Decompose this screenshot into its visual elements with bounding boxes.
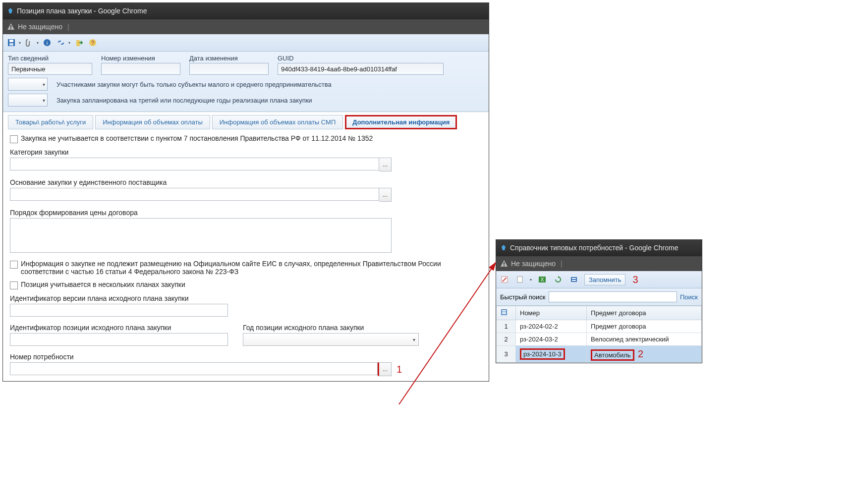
chevron-down-icon: ▾ bbox=[413, 337, 415, 342]
plan3-text: Закупка запланирована на третий или посл… bbox=[57, 97, 312, 104]
quick-search-input[interactable] bbox=[549, 291, 677, 302]
tab-content: Закупка не учитывается в соответствии с … bbox=[3, 129, 489, 381]
excel-icon[interactable]: X bbox=[537, 274, 548, 285]
year-pos-dropdown[interactable]: ▾ bbox=[243, 333, 419, 346]
address-bar: Не защищено | bbox=[3, 19, 489, 34]
titlebar: Позиция плана закупки - Google Chrome bbox=[3, 3, 489, 19]
ref-address-bar: Не защищено | bbox=[496, 256, 702, 271]
plan3-dropdown[interactable]: ▾ bbox=[8, 94, 48, 107]
row-subj: Велосипед электрический bbox=[587, 333, 702, 346]
row-num: рз-2024-03-2 bbox=[516, 333, 587, 346]
tabstrip: Товары\ работы\ услуги Информация об объ… bbox=[3, 112, 489, 129]
col-number[interactable]: Номер bbox=[516, 306, 587, 320]
basis-label: Основание закупки у единственного постав… bbox=[10, 178, 482, 186]
remember-button[interactable]: Запомнить bbox=[584, 274, 625, 285]
basis-input[interactable] bbox=[10, 188, 379, 201]
type-field[interactable]: Первичные bbox=[8, 63, 92, 75]
not-secure-label: Не защищено bbox=[18, 23, 62, 31]
checkbox-eis-label: Информация о закупке не подлежит размеще… bbox=[21, 260, 477, 276]
edit-icon[interactable] bbox=[499, 274, 510, 285]
need-number-lookup-button[interactable]: ... bbox=[378, 362, 392, 376]
price-order-label: Порядок формирования цены договора bbox=[10, 209, 482, 217]
change-num-label: Номер изменения bbox=[101, 55, 180, 62]
tab-payment-info[interactable]: Информация об объемах оплаты bbox=[95, 115, 210, 129]
checkbox-multiplan[interactable] bbox=[10, 281, 18, 289]
app-icon bbox=[7, 7, 14, 14]
smsp-dropdown[interactable]: ▾ bbox=[8, 78, 48, 91]
svg-text:i: i bbox=[46, 40, 48, 46]
row-subj: Автомобиль 2 bbox=[587, 346, 702, 363]
ident-pos-input[interactable] bbox=[10, 333, 228, 346]
save-icon[interactable] bbox=[6, 37, 17, 48]
annotation-1: 1 bbox=[396, 364, 402, 375]
table-row[interactable]: 1 рз-2024-02-2 Предмет договора bbox=[497, 320, 702, 333]
search-bar: Быстрый поиск Поиск bbox=[496, 288, 702, 306]
svg-rect-17 bbox=[572, 278, 576, 279]
svg-rect-10 bbox=[504, 262, 505, 265]
separator: | bbox=[67, 23, 69, 31]
col-subject[interactable]: Предмет договора bbox=[587, 306, 702, 320]
new-icon[interactable] bbox=[515, 274, 526, 285]
row-subj: Предмет договора bbox=[587, 320, 702, 333]
svg-rect-0 bbox=[10, 25, 11, 28]
table-row[interactable]: 2 рз-2024-03-2 Велосипед электрический bbox=[497, 333, 702, 346]
checkbox-1352[interactable] bbox=[10, 135, 18, 143]
toolbar: ▾ ▾ i ▾ ? bbox=[3, 34, 489, 52]
refresh-icon[interactable] bbox=[553, 274, 564, 285]
checkbox-eis[interactable] bbox=[10, 261, 18, 269]
change-num-field[interactable] bbox=[101, 63, 180, 75]
tab-smp-payment-info[interactable]: Информация об объемах оплаты СМП bbox=[212, 115, 343, 129]
annotation-2: 2 bbox=[638, 348, 643, 359]
ref-not-secure-label: Не защищено bbox=[511, 260, 556, 268]
svg-rect-11 bbox=[504, 265, 505, 266]
basis-lookup-button[interactable]: ... bbox=[379, 188, 392, 202]
attach-dd-icon[interactable]: ▾ bbox=[37, 41, 39, 45]
svg-text:X: X bbox=[541, 277, 544, 282]
tab-goods[interactable]: Товары\ работы\ услуги bbox=[8, 115, 93, 129]
window-title: Позиция плана закупки - Google Chrome bbox=[17, 7, 147, 15]
svg-rect-13 bbox=[517, 277, 522, 282]
ident-version-input[interactable] bbox=[10, 304, 228, 317]
search-button[interactable]: Поиск bbox=[680, 293, 698, 301]
reference-window: Справочник типовых потребностей - Google… bbox=[496, 239, 702, 363]
price-order-textarea[interactable] bbox=[10, 218, 392, 253]
chevron-down-icon: ▾ bbox=[43, 98, 45, 103]
table-row-selected[interactable]: 3 рз-2024-10-3 Автомобиль 2 bbox=[497, 346, 702, 363]
svg-rect-4 bbox=[9, 43, 13, 46]
svg-rect-7 bbox=[76, 40, 80, 46]
row-num: рз-2024-10-3 bbox=[516, 346, 587, 363]
row-num: рз-2024-02-2 bbox=[516, 320, 587, 333]
ref-titlebar: Справочник типовых потребностей - Google… bbox=[496, 240, 702, 256]
svg-rect-22 bbox=[502, 313, 506, 314]
help-icon[interactable]: ? bbox=[87, 37, 98, 48]
need-number-label: Номер потребности bbox=[10, 353, 482, 361]
checkbox-1352-label: Закупка не учитывается в соответствии с … bbox=[21, 134, 373, 142]
grid-corner-icon[interactable] bbox=[497, 306, 516, 320]
change-date-field[interactable] bbox=[189, 63, 269, 75]
row-idx: 2 bbox=[497, 333, 516, 346]
year-pos-label: Год позиции исходного плана закупки bbox=[243, 324, 419, 332]
type-label: Тип сведений bbox=[8, 55, 92, 62]
attach-icon[interactable] bbox=[24, 37, 35, 48]
export-icon[interactable] bbox=[73, 37, 84, 48]
tab-additional-info[interactable]: Дополнительная информация bbox=[345, 115, 457, 129]
filter-icon[interactable] bbox=[568, 274, 579, 285]
guid-label: GUID bbox=[278, 55, 444, 62]
chevron-down-icon: ▾ bbox=[43, 82, 45, 87]
category-input[interactable] bbox=[10, 158, 379, 170]
category-label: Категория закупки bbox=[10, 148, 482, 156]
separator: | bbox=[561, 260, 563, 268]
svg-text:?: ? bbox=[91, 40, 94, 46]
main-window: Позиция плана закупки - Google Chrome Не… bbox=[2, 2, 489, 382]
need-number-input[interactable] bbox=[10, 362, 378, 375]
category-lookup-button[interactable]: ... bbox=[379, 158, 392, 171]
save-dd-icon[interactable]: ▾ bbox=[19, 41, 21, 45]
annotation-3: 3 bbox=[632, 274, 638, 285]
reference-grid: Номер Предмет договора 1 рз-2024-02-2 Пр… bbox=[496, 306, 702, 363]
info-icon[interactable]: i bbox=[42, 37, 53, 48]
links-icon[interactable] bbox=[56, 37, 66, 48]
guid-field: 940df433-8419-4aa6-8be9-ad010314ffaf bbox=[278, 63, 444, 75]
ident-version-label: Идентификатор версии плана исходного пла… bbox=[10, 294, 482, 302]
new-dd-icon[interactable]: ▾ bbox=[530, 278, 532, 282]
links-dd-icon[interactable]: ▾ bbox=[68, 41, 70, 45]
